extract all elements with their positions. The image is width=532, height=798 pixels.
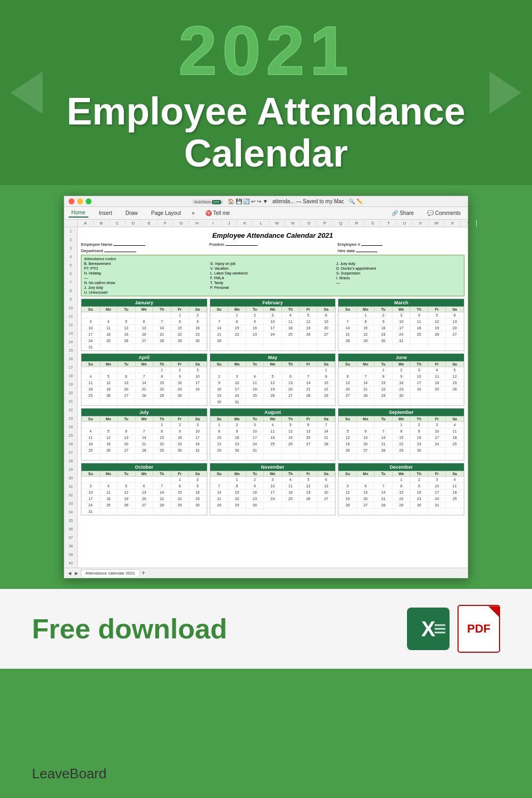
day-16[interactable]: 16 <box>375 325 393 331</box>
day-13[interactable]: 13 <box>317 319 335 325</box>
day-26[interactable]: 26 <box>300 331 318 338</box>
day-22[interactable]: 22 <box>153 386 171 393</box>
day-31[interactable]: 31 <box>228 399 246 405</box>
day-4[interactable]: 4 <box>264 422 282 428</box>
day-8[interactable]: 8 <box>392 483 410 489</box>
day-17[interactable]: 17 <box>428 489 446 496</box>
day-2[interactable]: 2 <box>228 422 246 428</box>
day-1[interactable]: 1 <box>228 312 246 319</box>
day-6[interactable]: 6 <box>135 483 153 489</box>
day-9[interactable]: 9 <box>210 380 228 386</box>
day-3[interactable]: 3 <box>264 477 282 483</box>
day-10[interactable]: 10 <box>428 483 446 489</box>
day-13[interactable]: 13 <box>135 489 153 496</box>
day-16[interactable]: 16 <box>171 435 189 441</box>
day-16[interactable]: 16 <box>246 489 264 496</box>
day-28[interactable]: 28 <box>375 502 393 509</box>
tab-share[interactable]: 🔗 Share <box>389 209 416 217</box>
day-27[interactable]: 27 <box>356 447 375 454</box>
day-23[interactable]: 23 <box>246 331 264 338</box>
day-11[interactable]: 11 <box>428 373 446 380</box>
day-24[interactable]: 24 <box>428 441 446 447</box>
day-9[interactable]: 9 <box>228 428 246 435</box>
day-4[interactable]: 4 <box>82 428 100 435</box>
day-12[interactable]: 12 <box>446 373 464 380</box>
nav-arrows[interactable]: ◄ ► <box>67 570 79 576</box>
day-14[interactable]: 14 <box>375 435 393 441</box>
day-12[interactable]: 12 <box>339 489 357 496</box>
day-28[interactable]: 28 <box>300 393 318 399</box>
day-26[interactable]: 26 <box>264 393 282 399</box>
day-20[interactable]: 20 <box>118 386 136 393</box>
day-3[interactable]: 3 <box>189 367 207 373</box>
day-9[interactable]: 9 <box>375 319 393 325</box>
day-3[interactable]: 3 <box>392 312 410 319</box>
day-24[interactable]: 24 <box>228 393 246 399</box>
day-7[interactable]: 7 <box>300 373 318 380</box>
day-5[interactable]: 5 <box>118 319 136 325</box>
day-1[interactable]: 1 <box>153 422 171 428</box>
day-9[interactable]: 9 <box>246 483 264 489</box>
day-2[interactable]: 2 <box>410 477 428 483</box>
day-13[interactable]: 13 <box>446 319 464 325</box>
day-8[interactable]: 8 <box>317 373 335 380</box>
day-30[interactable]: 30 <box>228 447 246 454</box>
day-7[interactable]: 7 <box>210 319 228 325</box>
day-28[interactable]: 28 <box>153 338 171 344</box>
day-11[interactable]: 11 <box>246 380 264 386</box>
day-5[interactable]: 5 <box>264 373 282 380</box>
day-11[interactable]: 11 <box>446 428 464 435</box>
day-29[interactable]: 29 <box>153 393 171 399</box>
day-12[interactable]: 12 <box>300 319 318 325</box>
day-17[interactable]: 17 <box>82 496 100 502</box>
day-5[interactable]: 5 <box>428 312 446 319</box>
day-29[interactable]: 29 <box>392 447 410 454</box>
day-3[interactable]: 3 <box>246 422 264 428</box>
day-20[interactable]: 20 <box>281 386 300 393</box>
day-30[interactable]: 30 <box>246 502 264 509</box>
day-19[interactable]: 19 <box>339 496 357 502</box>
day-17[interactable]: 17 <box>82 331 100 338</box>
day-4[interactable]: 4 <box>281 477 300 483</box>
day-2[interactable]: 2 <box>210 373 228 380</box>
day-20[interactable]: 20 <box>317 489 335 496</box>
day-5[interactable]: 5 <box>339 483 357 489</box>
day-26[interactable]: 26 <box>339 502 357 509</box>
day-29[interactable]: 29 <box>375 393 393 399</box>
day-12[interactable]: 12 <box>300 483 318 489</box>
day-26[interactable]: 26 <box>281 441 300 447</box>
day-24[interactable]: 24 <box>264 496 282 502</box>
day-18[interactable]: 18 <box>99 496 118 502</box>
day-1[interactable]: 1 <box>171 477 189 483</box>
day-24[interactable]: 24 <box>82 338 100 344</box>
day-7[interactable]: 7 <box>135 373 153 380</box>
day-18[interactable]: 18 <box>446 435 464 441</box>
day-21[interactable]: 21 <box>153 331 171 338</box>
day-15[interactable]: 15 <box>171 325 189 331</box>
day-26[interactable]: 26 <box>118 338 136 344</box>
day-25[interactable]: 25 <box>281 496 300 502</box>
day-12[interactable]: 12 <box>281 428 300 435</box>
day-16[interactable]: 16 <box>410 435 428 441</box>
day-14[interactable]: 14 <box>375 489 393 496</box>
day-15[interactable]: 15 <box>171 489 189 496</box>
day-20[interactable]: 20 <box>300 435 318 441</box>
day-27[interactable]: 27 <box>339 393 357 399</box>
day-24[interactable]: 24 <box>189 441 207 447</box>
day-9[interactable]: 9 <box>189 319 207 325</box>
day-6[interactable]: 6 <box>356 428 375 435</box>
day-30[interactable]: 30 <box>189 338 207 344</box>
day-4[interactable]: 4 <box>246 373 264 380</box>
day-18[interactable]: 18 <box>246 386 264 393</box>
autosave-state[interactable]: OFF <box>212 200 221 204</box>
day-10[interactable]: 10 <box>246 428 264 435</box>
day-6[interactable]: 6 <box>339 373 357 380</box>
day-14[interactable]: 14 <box>210 325 228 331</box>
day-6[interactable]: 6 <box>118 373 136 380</box>
day-18[interactable]: 18 <box>82 441 100 447</box>
day-21[interactable]: 21 <box>317 435 335 441</box>
day-21[interactable]: 21 <box>210 496 228 502</box>
day-12[interactable]: 12 <box>99 435 118 441</box>
day-19[interactable]: 19 <box>446 380 464 386</box>
day-21[interactable]: 21 <box>375 496 393 502</box>
